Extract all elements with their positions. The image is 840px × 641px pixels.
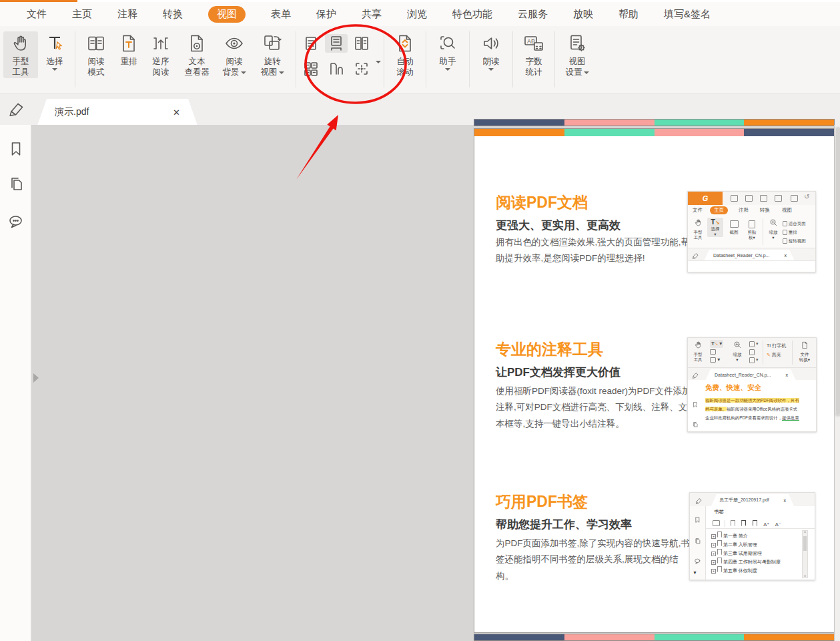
vertical-scrollbar[interactable] bbox=[834, 125, 840, 641]
mini-file-convert: 文件转换▾ bbox=[796, 340, 813, 363]
separate-cover-layout-button[interactable] bbox=[325, 59, 348, 78]
mini-comments-icon bbox=[694, 556, 701, 568]
menu-help[interactable]: 帮助 bbox=[618, 8, 639, 21]
facing-continuous-layout-button[interactable] bbox=[300, 59, 322, 78]
speaker-icon bbox=[481, 33, 501, 54]
toolbar-divider bbox=[469, 31, 470, 87]
text-viewer-button[interactable]: 文本查看器 bbox=[177, 31, 216, 78]
hand-tool-button[interactable]: 手型 工具 bbox=[3, 31, 38, 78]
section-title-annotation: 专业的注释工具 bbox=[496, 339, 603, 360]
menu-features[interactable]: 特色功能 bbox=[452, 8, 492, 21]
menu-home[interactable]: 主页 bbox=[72, 8, 92, 21]
mini-bookmark-icon-active bbox=[694, 514, 701, 526]
scrollbar-thumb[interactable] bbox=[835, 127, 840, 415]
section-body: 为PDF页面添加书签,除了实现内容的快速导航,书签还能指明不同书签的层级关系,展… bbox=[496, 536, 691, 584]
next-bookmark-icon bbox=[753, 520, 757, 526]
mini-menu-view: 视图 bbox=[782, 207, 792, 214]
mini-zoom-tool: 缩放▾ bbox=[729, 340, 745, 363]
book-icon bbox=[86, 33, 106, 54]
pdf-page: 阅读PDF文档 更强大、更实用、更高效 拥有出色的文档渲染效果,强大的页面管理功… bbox=[474, 128, 835, 633]
mini-pages-icon bbox=[694, 536, 701, 548]
mini-content-heading: 免费、快速、安全 bbox=[705, 383, 761, 393]
rotate-view-button[interactable]: 旋转视图 bbox=[252, 31, 292, 78]
tab-title: 演示.pdf bbox=[55, 106, 173, 118]
word-count-button[interactable]: AB 字数统计 bbox=[516, 31, 551, 78]
menu-cloud[interactable]: 云服务 bbox=[518, 8, 548, 21]
menu-share[interactable]: 共享 bbox=[362, 8, 382, 21]
assistant-button[interactable]: 助手 bbox=[430, 31, 466, 71]
add-bookmark-icon bbox=[741, 520, 746, 526]
mini-tab: Datasheet_Reader_CN.p... x bbox=[704, 250, 795, 261]
expand-text-icon: A⁺ bbox=[763, 521, 769, 527]
mini-menu-file: 文件 bbox=[693, 207, 703, 214]
navigation-sidebar bbox=[0, 125, 31, 641]
collapse-text-icon: A⁻ bbox=[775, 521, 781, 527]
tab-close-icon[interactable]: ✕ bbox=[173, 108, 180, 118]
screenshot-thumb-bookmarks-panel: 员工手册_20120917.pdf x bbox=[689, 492, 815, 580]
page-layout-group bbox=[300, 31, 373, 78]
section-body: 拥有出色的文档渲染效果,强大的页面管理功能,帮助提升效率,是您阅读PDF的理想选… bbox=[496, 234, 691, 267]
toolbar-divider bbox=[75, 31, 75, 87]
screenshot-thumb-reader-home: G ↺ 文件 主页 注释 转换 视图 bbox=[687, 191, 816, 272]
view-settings-button[interactable]: 视图设置 bbox=[558, 31, 596, 78]
document-tab[interactable]: 演示.pdf ✕ bbox=[37, 99, 197, 126]
new-doc-icon bbox=[791, 195, 798, 202]
next-page-top-stripe bbox=[474, 634, 835, 641]
menu-file[interactable]: 文件 bbox=[27, 8, 47, 21]
mini-content-text: 福昕阅读器是一款功能强大的PDF阅读软件，具有 档与表单。福昕阅读器采用Offi… bbox=[705, 396, 812, 422]
assistant-magnifier-icon bbox=[438, 33, 458, 54]
chevron-down-icon bbox=[584, 71, 589, 74]
reading-background-button[interactable]: 阅读背景 bbox=[216, 31, 252, 78]
reflow-button[interactable]: 重排 bbox=[113, 31, 144, 67]
menu-present[interactable]: 放映 bbox=[573, 8, 593, 21]
continuous-layout-button[interactable] bbox=[325, 34, 348, 53]
facing-layout-button[interactable] bbox=[350, 34, 373, 53]
mini-clipboard-tool: 剪贴板▾ bbox=[744, 218, 760, 240]
sidebar-expand-handle[interactable] bbox=[33, 373, 39, 383]
read-mode-button[interactable]: 阅读模式 bbox=[79, 31, 113, 78]
screenshot-thumb-reader-annotate: 手型工具 T↘ ▾ ▾ 缩放▾ ▾ ▾ bbox=[687, 337, 817, 432]
menu-comment[interactable]: 注释 bbox=[117, 8, 137, 21]
mini-bookmark-tree: + 第一章 简介 + 第二章 入职管理 + 第三章 试用期管理 + 第四章 工作… bbox=[711, 531, 781, 575]
reflow-page-icon bbox=[119, 33, 139, 54]
mini-select-tool: T↘ 选择▾ bbox=[707, 218, 723, 237]
menu-fill-sign[interactable]: 填写&签名 bbox=[664, 8, 711, 21]
pencil-icon[interactable] bbox=[8, 101, 25, 121]
section-body: 使用福昕PDF阅读器(foxit reader)为PDF文件添加注释,可对PDF… bbox=[496, 383, 691, 432]
auto-scroll-button[interactable]: 自动滚动 bbox=[388, 31, 422, 78]
pages-panel-icon[interactable] bbox=[7, 176, 25, 196]
toolbar-divider bbox=[512, 31, 513, 87]
hand-icon bbox=[11, 33, 31, 54]
menu-form[interactable]: 表单 bbox=[271, 8, 291, 21]
mini-hand-tool: 手型工具 bbox=[690, 218, 706, 240]
single-page-layout-button[interactable] bbox=[300, 34, 322, 53]
menu-browse[interactable]: 浏览 bbox=[407, 8, 427, 21]
mini-tool-stack: T↘ ▾ ▾ bbox=[710, 340, 723, 364]
menu-protect[interactable]: 保护 bbox=[316, 8, 336, 21]
mini-zoom-tool: 缩放▾ bbox=[765, 218, 781, 240]
reverse-reading-button[interactable]: 逆序阅读 bbox=[144, 31, 177, 78]
chevron-down-icon[interactable] bbox=[376, 61, 381, 63]
text-viewer-icon bbox=[187, 33, 207, 54]
prev-page-bottom-stripe bbox=[474, 119, 835, 126]
split-view-button[interactable] bbox=[350, 59, 373, 78]
comments-panel-icon[interactable] bbox=[7, 213, 25, 233]
mini-overflow-arrow: ▼ bbox=[693, 570, 697, 575]
select-tool-button[interactable]: 选择 bbox=[38, 31, 71, 71]
auto-scroll-icon bbox=[395, 33, 415, 54]
menu-view-active[interactable]: 视图 bbox=[208, 6, 246, 23]
mini-bookmark-toolbar: A⁺ A⁻ bbox=[713, 517, 781, 526]
view-settings-gear-icon bbox=[567, 33, 587, 54]
word-count-icon: AB bbox=[522, 33, 545, 54]
section-title-read-pdf: 阅读PDF文档 bbox=[496, 192, 588, 213]
chevron-down-icon bbox=[445, 68, 450, 71]
mini-pages-icon bbox=[692, 419, 699, 431]
list-icon bbox=[713, 520, 720, 526]
bookmark-panel-icon[interactable] bbox=[7, 140, 25, 160]
chevron-down-icon bbox=[488, 68, 494, 71]
toolbar-divider bbox=[554, 31, 555, 87]
rotate-view-icon bbox=[262, 33, 282, 54]
read-aloud-button[interactable]: 朗读 bbox=[473, 31, 509, 71]
mini-typewriter-highlight: TI 打字机 ✎ 高亮 bbox=[767, 341, 786, 360]
menu-convert[interactable]: 转换 bbox=[163, 8, 183, 21]
